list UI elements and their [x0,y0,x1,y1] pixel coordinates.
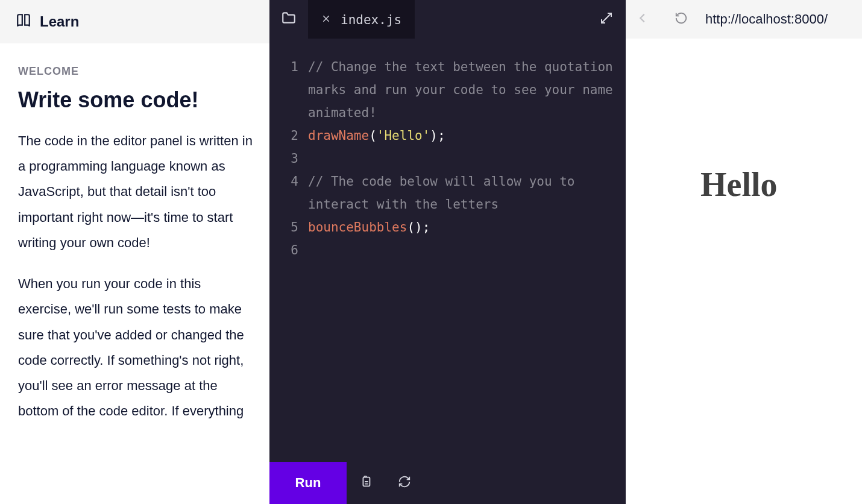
folder-icon [281,10,297,28]
preview-pane: http://localhost:8000/ Hello [626,0,862,504]
reload-button[interactable] [664,0,698,39]
learn-header: Learn [0,0,269,43]
editor-pane: index.js 1 2 3 4 5 6 // Change the text … [269,0,626,504]
file-explorer-button[interactable] [269,0,308,39]
expand-icon [599,11,614,28]
clipboard-icon [359,475,373,491]
learn-pane: Learn WELCOME Write some code! The code … [0,0,269,504]
lesson-paragraph-2: When you run your code in this exercise,… [18,271,253,424]
expand-editor-button[interactable] [587,0,626,39]
lesson-title: Write some code! [18,87,253,113]
back-button[interactable] [626,0,659,39]
preview-url[interactable]: http://localhost:8000/ [703,11,862,27]
preview-output-text: Hello [700,165,778,204]
code-lines[interactable]: // Change the text between the quotation… [308,55,626,462]
editor-tab-filename: index.js [341,13,401,27]
preview-body: Hello [626,39,862,504]
line-number: 5 [269,216,298,239]
learn-body: WELCOME Write some code! The code in the… [0,43,269,504]
line-number: 4 [269,170,298,193]
book-icon [16,13,31,31]
line-number-gutter: 1 2 3 4 5 6 [269,55,308,462]
preview-toolbar: http://localhost:8000/ [626,0,862,39]
editor-footer: Run [269,462,626,504]
line-number: 6 [269,239,298,262]
reset-button[interactable] [385,462,424,504]
code-comment: // Change the text between the quotation… [308,60,613,120]
code-string: 'Hello' [377,128,430,143]
lesson-eyebrow: WELCOME [18,65,253,78]
code-function-call: drawName [308,128,369,143]
editor-tab-active[interactable]: index.js [308,0,415,39]
line-number: 2 [269,124,298,147]
reset-icon [398,475,411,491]
learn-header-title: Learn [40,13,79,30]
line-number: 1 [269,55,298,78]
code-editor[interactable]: 1 2 3 4 5 6 // Change the text between t… [269,39,626,462]
reload-icon [675,11,688,27]
copy-button[interactable] [347,462,385,504]
lesson-paragraph-1: The code in the editor panel is written … [18,128,253,256]
code-comment: // The code below will allow you to inte… [308,174,575,212]
run-button[interactable]: Run [269,462,347,504]
chevron-left-icon [636,11,649,27]
line-number: 3 [269,147,298,170]
code-function-call: bounceBubbles [308,220,407,235]
close-tab-button[interactable] [321,14,331,26]
editor-tab-bar: index.js [269,0,626,39]
